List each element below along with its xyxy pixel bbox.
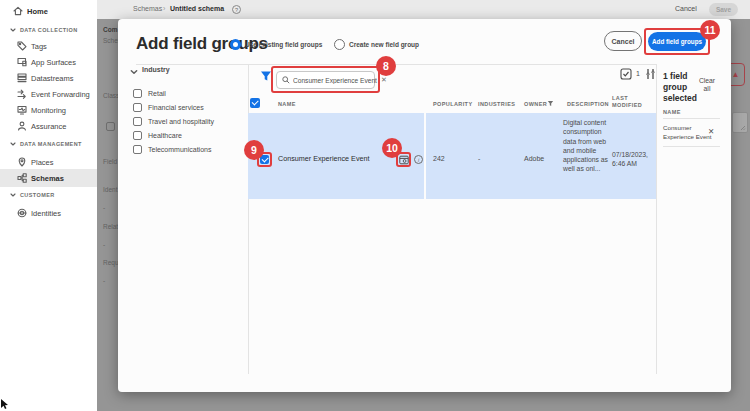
breadcrumb-root[interactable]: Schemas [133,5,162,12]
annotation-step-10: 10 [382,138,402,158]
sidebar-item-tags[interactable]: Tags [0,38,97,54]
sidebar-section-label: CUSTOMER [20,192,55,198]
radio-use-existing[interactable] [230,39,241,50]
radio-use-existing-label[interactable]: Use existing field groups [245,41,322,48]
assurance-icon [17,121,27,131]
dimmed-page-left-strip: Com Schem Class Field g Ident - Relat - … [97,19,118,411]
sidebar-item-label: Event Forwarding [31,90,90,99]
row-popularity: 242 [433,155,445,162]
identities-icon [17,208,27,218]
sidebar-item-schemas[interactable]: Schemas [0,169,97,187]
chevron-down-icon [10,141,16,147]
checkbox[interactable] [133,117,142,126]
checkbox[interactable] [133,145,142,154]
checkbox[interactable] [133,103,142,112]
filter-option-label: Travel and hospitality [148,118,214,125]
row-name[interactable]: Consumer Experience Event [278,154,370,163]
row-industries: - [478,155,480,162]
annotation-step-11: 11 [700,20,720,40]
filter-option-retail[interactable]: Retail [133,87,248,99]
radio-create-new[interactable] [334,39,345,50]
selected-count-icon[interactable] [620,68,632,80]
divider [663,118,720,119]
row-description: Digital content consumption data from we… [563,118,610,174]
warning-triangle-icon: ▲ [732,70,740,79]
sidebar-item-label: Tags [31,42,47,51]
clear-search-icon[interactable]: ✕ [381,76,387,84]
sidebar-item-label: Datastreams [31,74,74,83]
app-surfaces-icon [17,57,27,67]
checkbox[interactable] [133,131,142,140]
bg-label: Requ [103,259,118,266]
sidebar-item-assurance[interactable]: Assurance [0,118,97,134]
event-forwarding-icon [17,89,27,99]
column-header-owner[interactable]: OWNER [524,101,547,107]
column-header-industries[interactable]: INDUSTRIES [478,101,515,107]
sidebar-item-label: Identities [31,209,61,218]
sticky-column-gap [424,113,426,199]
owner-filter-icon[interactable] [547,100,554,107]
remove-selection-icon[interactable]: ✕ [708,127,714,136]
annotation-step-9: 9 [244,140,264,160]
bg-label: - [103,241,105,248]
annotation-box-search [271,66,380,93]
bg-label: Relat [103,223,118,230]
page-top-bar: Schemas › Untitled schema ? Cancel Save [97,0,750,19]
bg-label: - [103,277,105,284]
bg-textarea [732,112,748,133]
column-header-description[interactable]: DESCRIPTION [567,101,609,107]
checkbox[interactable] [133,89,142,98]
sidebar-item-label: App Surfaces [31,58,76,67]
datastreams-icon [17,73,27,83]
filter-option-telecommunications[interactable]: Telecommunications [133,143,248,155]
divider [248,64,249,374]
sidebar-item-places[interactable]: Places [0,154,97,170]
monitoring-icon [17,105,27,115]
cancel-button[interactable]: Cancel [604,31,642,51]
row-last-modified: 07/18/2023, 6:46 AM [612,150,654,168]
sidebar-item-home[interactable]: Home [0,3,97,19]
map-pin-icon [17,157,27,167]
filter-option-label: Retail [148,90,166,97]
sidebar-item-datastreams[interactable]: Datastreams [0,70,97,86]
info-icon[interactable]: i [414,155,423,164]
clear-all-button[interactable]: Clear all [695,77,719,93]
page-cancel-button[interactable]: Cancel [675,5,697,12]
filter-option-healthcare[interactable]: Healthcare [133,129,248,141]
bg-label: Field g [103,158,118,165]
divider [656,64,657,374]
page-save-button[interactable]: Save [709,3,738,16]
home-icon [13,6,23,16]
sidebar-item-label: Home [27,7,48,16]
filter-option-travel-hospitality[interactable]: Travel and hospitality [133,115,248,127]
sidebar-item-event-forwarding[interactable]: Event Forwarding [0,86,97,102]
select-all-checkbox[interactable] [250,98,260,108]
sidebar-section-data-management[interactable]: DATA MANAGEMENT [0,138,97,150]
sidebar-section-data-collection[interactable]: DATA COLLECTION [0,24,97,36]
radio-create-new-label[interactable]: Create new field group [349,41,419,48]
filter-option-label: Financial services [148,104,204,111]
resize-grip-icon [740,125,746,131]
row-owner: Adobe [524,155,544,162]
sidebar-item-label: Schemas [31,174,64,183]
annotation-step-8: 8 [376,56,396,76]
add-field-groups-dialog: Add field groups Use existing field grou… [118,19,731,392]
bg-checkbox [106,122,115,131]
help-icon[interactable]: ? [232,5,241,14]
filter-option-financial-services[interactable]: Financial services [133,101,248,113]
sidebar-item-label: Monitoring [31,106,66,115]
sidebar-item-app-surfaces[interactable]: App Surfaces [0,54,97,70]
column-header-popularity[interactable]: POPULARITY [433,101,472,107]
filter-group-title[interactable]: Industry [142,66,170,73]
sidebar-item-identities[interactable]: Identities [0,205,97,221]
selected-count: 1 [636,70,640,77]
divider [663,146,720,147]
column-header-last-modified[interactable]: LAST MODIFIED [612,95,646,109]
sidebar-item-label: Places [31,158,54,167]
sidebar-section-customer[interactable]: CUSTOMER [0,189,97,201]
column-header-name[interactable]: NAME [278,101,296,107]
bg-label: Ident [103,186,117,193]
sidebar-section-label: DATA MANAGEMENT [20,141,82,147]
chevron-down-icon [10,192,16,198]
sidebar-item-monitoring[interactable]: Monitoring [0,102,97,118]
